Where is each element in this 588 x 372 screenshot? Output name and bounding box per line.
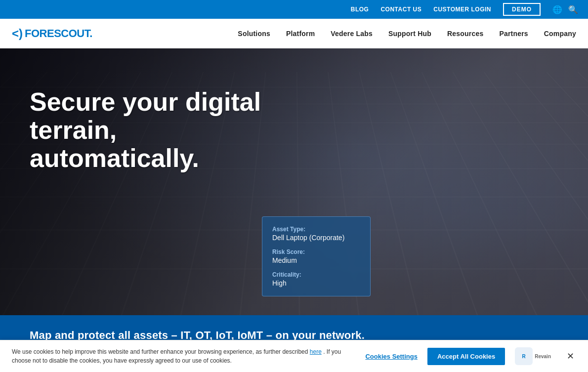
hero-title: Secure your digital terrain, automatical… — [30, 88, 306, 173]
hero-text-block: Secure your digital terrain, automatical… — [30, 88, 306, 188]
logo-text: FORESCOUT. — [25, 27, 92, 40]
cookie-close-button[interactable]: ✕ — [565, 349, 576, 364]
nav-item-partners[interactable]: Partners — [499, 29, 528, 38]
nav-item-platform[interactable]: Platform — [286, 29, 315, 38]
cookie-banner: We use cookies to help improve this webs… — [0, 340, 588, 372]
customer-login-link[interactable]: CUSTOMER LOGIN — [433, 6, 491, 13]
risk-score-row: Risk Score: Medium — [272, 248, 360, 264]
blog-link[interactable]: BLOG — [351, 6, 369, 13]
nav-item-vedere-labs[interactable]: Vedere Labs — [331, 29, 373, 38]
top-bar-icons: 🌐 🔍 — [552, 5, 578, 14]
hero-section: Secure your digital terrain, automatical… — [0, 48, 588, 315]
revain-text: Revain — [535, 354, 551, 359]
nav-menu: Solutions Platform Vedere Labs Support H… — [238, 29, 576, 38]
revain-logo: R Revain — [515, 347, 551, 365]
cookie-here-link[interactable]: here — [310, 348, 322, 355]
cookie-settings-button[interactable]: Cookies Settings — [365, 353, 417, 360]
revain-icon: R — [515, 347, 533, 365]
nav-item-resources[interactable]: Resources — [447, 29, 483, 38]
cookie-text: We use cookies to help improve this webs… — [12, 347, 355, 365]
top-bar: BLOG CONTACT US CUSTOMER LOGIN DEMO 🌐 🔍 — [0, 0, 588, 19]
contact-link[interactable]: CONTACT US — [380, 6, 421, 13]
asset-card: Asset Type: Dell Laptop (Corporate) Risk… — [262, 216, 371, 296]
asset-type-row: Asset Type: Dell Laptop (Corporate) — [272, 226, 360, 242]
criticality-row: Criticality: High — [272, 271, 360, 287]
nav-item-solutions[interactable]: Solutions — [238, 29, 270, 38]
cookie-accept-button[interactable]: Accept All Cookies — [427, 348, 505, 365]
globe-icon[interactable]: 🌐 — [552, 5, 562, 14]
search-icon[interactable]: 🔍 — [568, 5, 578, 14]
demo-button[interactable]: DEMO — [503, 3, 541, 16]
logo[interactable]: <) FORESCOUT. — [12, 27, 92, 41]
logo-bracket: <) — [12, 27, 23, 41]
nav-item-support-hub[interactable]: Support Hub — [388, 29, 431, 38]
nav-item-company[interactable]: Company — [544, 29, 576, 38]
main-nav: <) FORESCOUT. Solutions Platform Vedere … — [0, 19, 588, 48]
